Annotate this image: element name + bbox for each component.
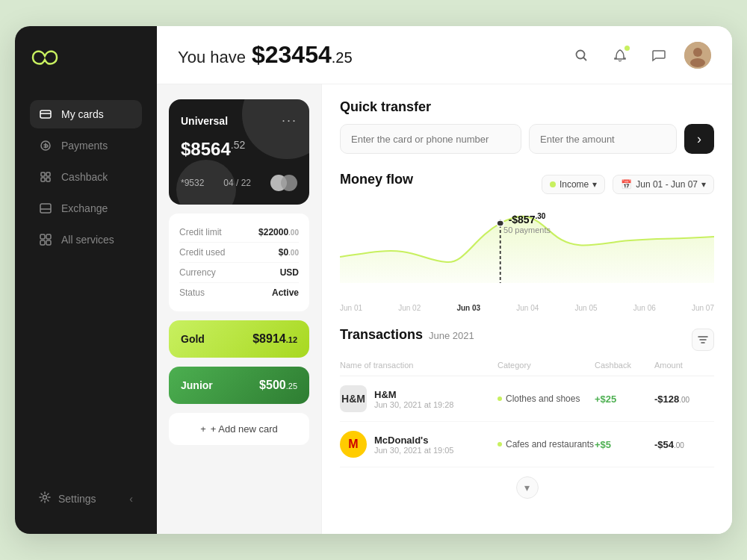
- col-cashback: Cashback: [595, 361, 654, 370]
- income-dot: [550, 181, 556, 187]
- svg-point-16: [690, 58, 705, 67]
- category-dot: [498, 442, 502, 447]
- merchant-date: Jun 30, 2021 at 19:28: [374, 400, 453, 409]
- transactions-date: June 2021: [429, 330, 474, 341]
- sidebar-item-all-services[interactable]: All services: [30, 225, 142, 254]
- amount-input[interactable]: [529, 124, 677, 154]
- chart-label: Jun 02: [398, 304, 421, 312]
- info-value: USD: [280, 267, 299, 278]
- svg-point-12: [43, 496, 47, 500]
- all-services-icon: [39, 233, 52, 246]
- sidebar-item-my-cards[interactable]: My cards: [30, 100, 142, 128]
- payments-icon: [39, 139, 52, 152]
- date-range-label: Jun 01 - Jun 07: [636, 179, 698, 190]
- cards-icon: [39, 108, 52, 121]
- income-chevron-icon: ▾: [592, 179, 597, 190]
- category-dot: [498, 396, 502, 401]
- junior-card-name: Junior: [181, 379, 213, 391]
- transaction-cashback: +$5: [595, 439, 654, 450]
- balance-display: You have $23454.25: [178, 41, 568, 69]
- card-amount: $8564.52: [181, 139, 297, 160]
- svg-rect-8: [40, 234, 45, 239]
- sidebar-item-label: My cards: [61, 108, 104, 120]
- date-range-dropdown[interactable]: 📅 Jun 01 - Jun 07 ▾: [613, 175, 714, 194]
- app-logo: [30, 47, 142, 73]
- svg-rect-9: [46, 234, 51, 239]
- user-avatar[interactable]: [684, 42, 711, 69]
- body: Universal ··· $8564.52 *9532 04 / 22: [157, 84, 732, 534]
- card-info-row: Credit limit $22000.00: [179, 223, 299, 243]
- quick-transfer-form: ›: [340, 124, 714, 154]
- main-content: You have $23454.25: [157, 26, 732, 534]
- svg-rect-10: [40, 240, 45, 245]
- tooltip-payments: 50 payments: [503, 225, 551, 234]
- money-flow-header: Money flow Income ▾ 📅 Jun 01 - Jun 07 ▾: [340, 172, 714, 196]
- settings-icon: [39, 491, 51, 505]
- chart-label-active: Jun 03: [456, 304, 480, 312]
- info-value: Active: [272, 287, 299, 298]
- settings-item[interactable]: Settings ‹: [30, 484, 142, 513]
- notification-dot: [624, 46, 630, 51]
- sidebar-item-payments[interactable]: Payments: [30, 131, 142, 160]
- info-label: Status: [179, 287, 205, 298]
- sidebar-item-label: Cashback: [61, 171, 108, 183]
- messages-button[interactable]: [645, 42, 672, 69]
- search-button[interactable]: [568, 42, 595, 69]
- income-dropdown[interactable]: Income ▾: [542, 175, 605, 194]
- gold-card-amount: $8914.12: [252, 332, 297, 346]
- transactions-header: Transactions June 2021: [340, 327, 714, 352]
- svg-rect-5: [41, 178, 45, 181]
- card-phone-input[interactable]: [340, 124, 521, 154]
- merchant-date: Jun 30, 2021 at 19:05: [374, 446, 453, 455]
- card-options-icon[interactable]: ···: [282, 113, 297, 128]
- sidebar: My cards Payments: [15, 26, 157, 534]
- sidebar-item-cashback[interactable]: Cashback: [30, 163, 142, 191]
- merchant-details: McDonald's Jun 30, 2021 at 19:05: [374, 435, 453, 455]
- col-category: Category: [498, 361, 595, 370]
- svg-point-15: [693, 48, 702, 57]
- money-flow-chart: -$857.30 50 payments: [340, 208, 714, 298]
- money-flow-controls: Income ▾ 📅 Jun 01 - Jun 07 ▾: [542, 175, 714, 194]
- add-card-icon: +: [200, 423, 206, 435]
- add-card-label: + Add new card: [211, 423, 278, 435]
- calendar-icon: 📅: [621, 179, 632, 190]
- card-brand: [270, 175, 297, 191]
- transactions-title-group: Transactions June 2021: [340, 327, 474, 352]
- transfer-submit-button[interactable]: ›: [684, 124, 714, 154]
- balance-cents: .25: [332, 49, 353, 66]
- card-info-row: Status Active: [179, 283, 299, 302]
- add-card-button[interactable]: + + Add new card: [169, 413, 309, 445]
- universal-card[interactable]: Universal ··· $8564.52 *9532 04 / 22: [169, 99, 309, 205]
- sidebar-item-exchange[interactable]: Exchange: [30, 194, 142, 223]
- cashback-icon: [39, 170, 52, 184]
- chart-label: Jun 06: [633, 304, 656, 312]
- transactions-filter-button[interactable]: [692, 329, 714, 351]
- gold-card-name: Gold: [181, 333, 205, 345]
- tooltip-amount: -$857.30: [503, 212, 551, 225]
- merchant-details: H&M Jun 30, 2021 at 19:28: [374, 389, 453, 409]
- header-actions: [568, 42, 711, 69]
- svg-rect-6: [46, 178, 50, 181]
- merchant-name: H&M: [374, 389, 453, 400]
- notifications-button[interactable]: [607, 42, 633, 69]
- transaction-category: Cafes and restaurants: [498, 439, 595, 449]
- quick-transfer-title: Quick transfer: [340, 99, 714, 115]
- card-header: Universal ···: [181, 113, 297, 128]
- transactions-title: Transactions: [340, 327, 423, 343]
- category-name: Cafes and restaurants: [506, 439, 594, 449]
- card-number: *9532: [181, 178, 204, 188]
- transaction-cashback: +$25: [595, 393, 654, 405]
- info-value: $0.00: [279, 247, 299, 258]
- show-more-button[interactable]: ▾: [516, 476, 539, 499]
- quick-transfer-section: Quick transfer ›: [340, 99, 714, 154]
- info-label: Currency: [179, 267, 216, 278]
- date-chevron-icon: ▾: [701, 179, 706, 190]
- sidebar-item-label: Exchange: [61, 202, 108, 214]
- collapse-sidebar-icon[interactable]: ‹: [129, 493, 133, 505]
- card-footer: *9532 04 / 22: [181, 175, 297, 191]
- gold-card[interactable]: Gold $8914.12: [169, 320, 309, 358]
- merchant-info: M McDonald's Jun 30, 2021 at 19:05: [340, 431, 498, 458]
- merchant-logo: H&M: [340, 385, 367, 412]
- junior-card[interactable]: Junior $500.25: [169, 367, 309, 404]
- left-panel: Universal ··· $8564.52 *9532 04 / 22: [157, 84, 321, 534]
